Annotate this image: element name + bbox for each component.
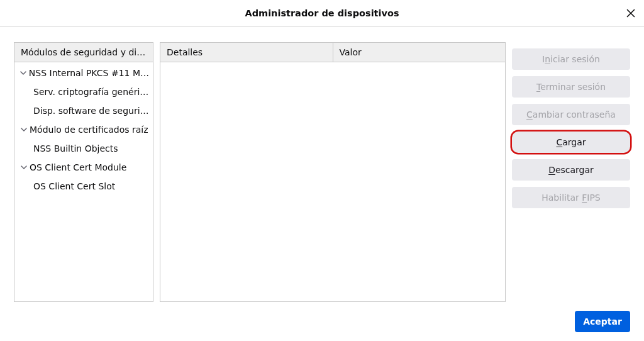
- mnemonic: T: [536, 82, 540, 92]
- dialog-body: Módulos de seguridad y di… NSS Internal …: [0, 27, 644, 341]
- change-password-button[interactable]: Cambiar contraseña: [512, 104, 630, 125]
- tree-item-label: OS Client Cert Slot: [33, 181, 115, 191]
- details-column-header[interactable]: Detalles: [160, 43, 333, 62]
- unload-button[interactable]: Descargar: [512, 159, 630, 181]
- side-buttons: Iniciar sesión Terminar sesión Cambiar c…: [512, 42, 630, 302]
- modules-tree-panel[interactable]: Módulos de seguridad y di… NSS Internal …: [14, 42, 153, 302]
- mnemonic: C: [526, 109, 533, 120]
- device-manager-dialog: Administrador de dispositivos Módulos de…: [0, 0, 644, 341]
- load-button[interactable]: Cargar: [512, 131, 630, 153]
- value-column-header[interactable]: Valor: [333, 43, 506, 62]
- dialog-footer: Aceptar: [14, 302, 630, 332]
- main-area: Módulos de seguridad y di… NSS Internal …: [14, 42, 630, 302]
- accept-button[interactable]: Aceptar: [575, 311, 630, 332]
- chevron-down-icon: [19, 126, 28, 133]
- titlebar: Administrador de dispositivos: [0, 0, 644, 27]
- logout-button[interactable]: Terminar sesión: [512, 76, 630, 98]
- tree-item-label: Disp. software de seguri…: [33, 106, 149, 116]
- chevron-down-icon: [19, 164, 28, 170]
- tree-item-label: OS Client Cert Module: [30, 162, 126, 172]
- tree-item[interactable]: NSS Internal PKCS #11 Mod…: [14, 64, 153, 82]
- mnemonic: C: [556, 137, 562, 147]
- tree-item[interactable]: Módulo de certificados raíz: [14, 120, 153, 139]
- tree-item[interactable]: OS Client Cert Module: [14, 158, 153, 177]
- tree-item[interactable]: Disp. software de seguri…: [14, 101, 153, 120]
- tree-item-label: NSS Builtin Objects: [33, 143, 118, 154]
- close-icon: [626, 9, 635, 18]
- modules-tree-body: NSS Internal PKCS #11 Mod…Serv. criptogr…: [14, 62, 153, 301]
- modules-column-header[interactable]: Módulos de seguridad y di…: [14, 43, 153, 62]
- tree-item[interactable]: OS Client Cert Slot: [14, 177, 153, 196]
- enable-fips-button[interactable]: Habilitar FIPS: [512, 187, 630, 208]
- tree-item-label: NSS Internal PKCS #11 Mod…: [29, 68, 149, 78]
- close-button[interactable]: [623, 5, 639, 21]
- tree-item-label: Módulo de certificados raíz: [30, 125, 148, 135]
- tree-item-label: Serv. criptografía genéric…: [33, 87, 149, 97]
- login-button[interactable]: Iniciar sesión: [512, 48, 630, 70]
- tree-item[interactable]: Serv. criptografía genéric…: [14, 82, 153, 101]
- details-panel[interactable]: Detalles Valor: [160, 42, 506, 302]
- dialog-title: Administrador de dispositivos: [245, 8, 399, 18]
- mnemonic: F: [582, 193, 587, 203]
- tree-item[interactable]: NSS Builtin Objects: [14, 139, 153, 158]
- chevron-down-icon: [19, 70, 28, 76]
- mnemonic: n: [545, 54, 550, 64]
- mnemonic: D: [548, 165, 555, 175]
